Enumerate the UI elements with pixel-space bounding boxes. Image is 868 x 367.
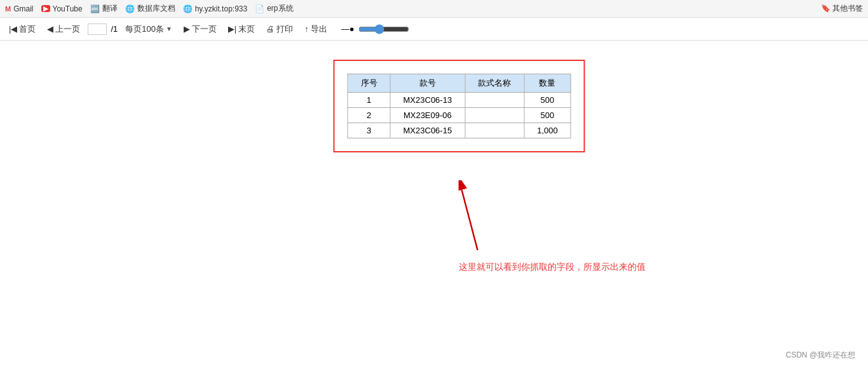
- bookmark-youtube-label: YouTube: [53, 4, 83, 13]
- last-page-button[interactable]: ▶| 末页: [224, 22, 259, 36]
- export-label: 导出: [311, 23, 327, 35]
- current-page-input[interactable]: 1: [88, 23, 107, 35]
- arrow-svg: [459, 180, 497, 257]
- first-page-button[interactable]: |◀ 首页: [5, 22, 39, 36]
- bookmark-youtube[interactable]: ▶ YouTube: [41, 4, 83, 13]
- data-table: 序号 款号 款式名称 数量 1 MX23C06-13 500 2 MX23E09…: [348, 74, 571, 138]
- gmail-icon: M: [5, 5, 11, 13]
- annotation-text: 这里就可以看到你抓取的字段，所显示出来的值: [459, 262, 646, 273]
- bookmark-erp-label: erp系统: [267, 3, 293, 14]
- prev-page-icon: ◀: [47, 24, 53, 34]
- cell-seq-3: 3: [348, 123, 390, 138]
- cell-seq-2: 2: [348, 108, 390, 123]
- print-label: 打印: [276, 23, 293, 35]
- data-table-container: 序号 款号 款式名称 数量 1 MX23C06-13 500 2 MX23E09…: [334, 60, 585, 152]
- cell-name-2: [465, 108, 524, 123]
- slider-dot-icon: —●: [341, 24, 355, 34]
- next-page-icon: ▶: [184, 24, 190, 34]
- bookmark-hyyzkit-label: hy.yzkit.top:933: [195, 4, 248, 13]
- table-header-row: 序号 款号 款式名称 数量: [348, 74, 571, 93]
- next-page-button[interactable]: ▶ 下一页: [180, 22, 220, 36]
- table-row: 2 MX23E09-06 500: [348, 108, 571, 123]
- bookmark-hyyzkit[interactable]: 🌐 hy.yzkit.top:933: [183, 4, 248, 13]
- translate-icon: 🔤: [90, 4, 100, 13]
- last-page-label: 末页: [238, 23, 255, 35]
- cell-model-3: MX23C06-15: [390, 123, 465, 138]
- main-content: 序号 款号 款式名称 数量 1 MX23C06-13 500 2 MX23E09…: [0, 41, 868, 333]
- bookmark-gmail-label: Gmail: [13, 4, 33, 13]
- bookmark-erp[interactable]: 📄 erp系统: [255, 3, 293, 14]
- col-header-name: 款式名称: [465, 74, 524, 93]
- per-page-button[interactable]: 每页100条 ▼: [121, 22, 176, 36]
- first-page-label: 首页: [19, 23, 36, 35]
- zoom-slider[interactable]: [358, 24, 409, 34]
- last-page-icon: ▶|: [228, 24, 236, 34]
- table-row: 3 MX23C06-15 1,000: [348, 123, 571, 138]
- per-page-label: 每页100条: [125, 23, 164, 35]
- cell-seq-1: 1: [348, 93, 390, 108]
- cell-model-2: MX23E09-06: [390, 108, 465, 123]
- svg-line-1: [462, 190, 478, 250]
- cell-qty-2: 500: [524, 108, 571, 123]
- first-page-icon: |◀: [9, 24, 17, 34]
- table-row: 1 MX23C06-13 500: [348, 93, 571, 108]
- bookmark-translate-label: 翻译: [102, 3, 118, 14]
- print-icon: 🖨: [266, 24, 275, 34]
- prev-page-label: 上一页: [55, 23, 80, 35]
- bookmark-translate[interactable]: 🔤 翻译: [90, 3, 118, 14]
- zoom-slider-container: —●: [341, 24, 409, 34]
- bookmarks-right-label: 其他书签: [832, 4, 863, 13]
- bookmarks-right-icon: 🔖: [821, 4, 831, 13]
- cell-model-1: MX23C06-13: [390, 93, 465, 108]
- pagination-toolbar: |◀ 首页 ◀ 上一页 1 /1 每页100条 ▼ ▶ 下一页 ▶| 末页 🖨 …: [0, 18, 868, 41]
- db-icon: 🌐: [125, 4, 135, 13]
- bookmark-gmail[interactable]: M Gmail: [5, 4, 34, 13]
- per-page-dropdown-icon: ▼: [166, 25, 172, 32]
- total-pages-label: /1: [111, 24, 118, 34]
- col-header-model: 款号: [390, 74, 465, 93]
- next-page-label: 下一页: [192, 23, 217, 35]
- export-button[interactable]: ↑ 导出: [301, 22, 331, 36]
- col-header-qty: 数量: [524, 74, 571, 93]
- col-header-seq: 序号: [348, 74, 390, 93]
- prev-page-button[interactable]: ◀ 上一页: [43, 22, 84, 36]
- hyyzkit-icon: 🌐: [183, 4, 193, 13]
- export-icon: ↑: [304, 24, 309, 34]
- bookmarks-bar: M Gmail ▶ YouTube 🔤 翻译 🌐 数据库文档 🌐 hy.yzki…: [0, 0, 868, 18]
- bookmark-db[interactable]: 🌐 数据库文档: [125, 3, 175, 14]
- annotation-area: 这里就可以看到你抓取的字段，所显示出来的值: [459, 180, 646, 273]
- cell-name-3: [465, 123, 524, 138]
- cell-name-1: [465, 93, 524, 108]
- print-button[interactable]: 🖨 打印: [262, 22, 297, 36]
- bookmark-db-label: 数据库文档: [137, 3, 175, 14]
- cell-qty-1: 500: [524, 93, 571, 108]
- bookmarks-right[interactable]: 🔖 其他书签: [821, 3, 863, 14]
- youtube-icon: ▶: [41, 5, 50, 12]
- cell-qty-3: 1,000: [524, 123, 571, 138]
- erp-icon: 📄: [255, 4, 264, 13]
